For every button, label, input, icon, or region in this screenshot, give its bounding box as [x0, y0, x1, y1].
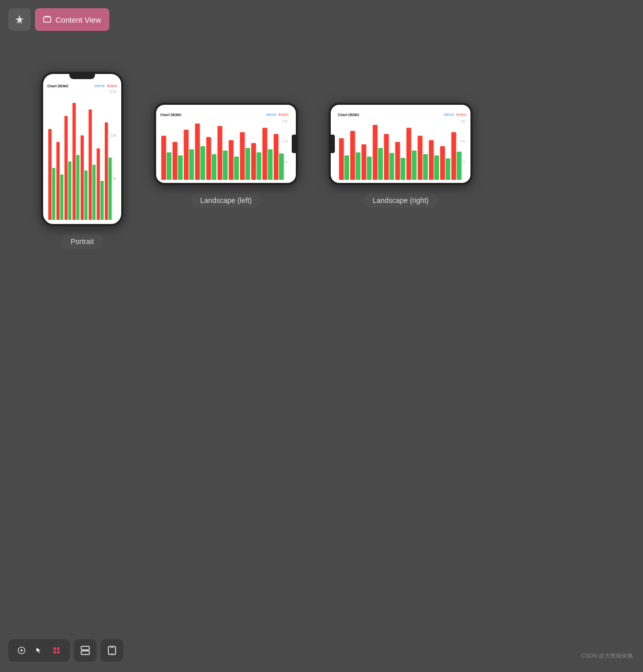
svg-rect-66 — [362, 144, 366, 180]
top-toolbar: Content View — [8, 8, 109, 31]
svg-rect-37 — [184, 129, 188, 180]
landscape-left-chart-area: 3.0k 2.0k 1.0k — [160, 119, 289, 180]
landscape-right-chart-area: 3.0k 2.0k 1.0k — [338, 119, 466, 180]
svg-rect-91 — [81, 646, 89, 650]
landscape-left-notch — [292, 135, 296, 153]
landscape-right-chart-links: 使用示准 重置数据 — [444, 113, 466, 116]
device-icon — [107, 645, 117, 656]
svg-rect-21 — [92, 164, 96, 220]
svg-text:3.0k: 3.0k — [282, 120, 288, 123]
svg-rect-22 — [97, 148, 100, 220]
svg-rect-49 — [251, 143, 256, 180]
svg-text:3.0k: 3.0k — [110, 90, 116, 94]
portrait-phone-frame[interactable]: Chart DEMO 使用示准 重置数据 3.0k — [41, 72, 123, 226]
svg-point-94 — [111, 653, 112, 654]
svg-rect-71 — [389, 153, 394, 180]
play-icon — [18, 647, 25, 654]
landscape-right-phone-frame[interactable]: Chart DEMO 使用示准 重置数据 3.0k 2.0k 1.0k — [329, 103, 472, 185]
play-button[interactable] — [13, 642, 30, 659]
landscape-right-chart-header: Chart DEMO 使用示准 重置数据 — [338, 113, 466, 117]
pin-button[interactable] — [8, 8, 31, 31]
svg-rect-46 — [234, 157, 239, 180]
svg-rect-44 — [223, 151, 228, 180]
svg-rect-87 — [53, 647, 56, 650]
portrait-chart-area: 3.0k 2.0k 1.0k — [47, 90, 117, 220]
grid-button[interactable] — [48, 642, 65, 659]
svg-rect-92 — [81, 651, 89, 655]
svg-rect-51 — [262, 128, 267, 180]
svg-rect-67 — [367, 157, 371, 180]
layout-icon — [80, 645, 90, 656]
svg-rect-15 — [68, 161, 71, 220]
svg-rect-12 — [56, 142, 60, 220]
svg-rect-50 — [257, 152, 261, 180]
svg-rect-23 — [101, 181, 104, 220]
portrait-label: Portrait — [61, 234, 103, 249]
svg-rect-20 — [89, 109, 92, 220]
svg-rect-16 — [72, 103, 75, 220]
landscape-left-chart-title: Chart DEMO — [160, 113, 181, 117]
svg-rect-78 — [429, 140, 433, 180]
bottom-toolbar — [8, 639, 123, 662]
landscape-right-screen: Chart DEMO 使用示准 重置数据 3.0k 2.0k 1.0k — [331, 105, 470, 183]
landscape-left-chart-header: Chart DEMO 使用示准 重置数据 — [160, 113, 289, 117]
landscape-right-link2: 重置数据 — [456, 113, 466, 116]
svg-rect-34 — [167, 152, 172, 180]
portrait-link1: 使用示准 — [94, 84, 105, 87]
landscape-left-phone-frame[interactable]: Chart DEMO 使用示准 重置数据 3.0k 2.0k 1.0k — [154, 103, 298, 185]
portrait-link2: 重置数据 — [107, 84, 117, 87]
svg-rect-24 — [105, 122, 108, 220]
svg-rect-63 — [345, 155, 349, 180]
svg-rect-13 — [60, 174, 63, 220]
svg-marker-86 — [36, 648, 41, 653]
portrait-chart-title: Chart DEMO — [47, 84, 68, 88]
svg-rect-83 — [457, 152, 461, 180]
preview-area: Chart DEMO 使用示准 重置数据 3.0k — [0, 41, 643, 610]
svg-rect-79 — [434, 155, 439, 180]
svg-rect-47 — [240, 132, 244, 180]
svg-rect-10 — [48, 129, 51, 220]
svg-rect-64 — [350, 131, 355, 180]
svg-text:2.0k: 2.0k — [282, 140, 288, 143]
svg-rect-19 — [84, 171, 87, 220]
svg-rect-89 — [53, 651, 56, 654]
portrait-chart-links: 使用示准 重置数据 — [94, 84, 117, 87]
svg-marker-85 — [21, 649, 24, 652]
svg-rect-17 — [76, 155, 79, 220]
cursor-button[interactable] — [31, 642, 47, 659]
svg-rect-18 — [81, 136, 84, 220]
content-view-button[interactable]: Content View — [35, 8, 109, 31]
svg-rect-45 — [229, 140, 233, 180]
device-button[interactable] — [101, 639, 123, 662]
landscape-right-notch — [331, 135, 335, 153]
svg-rect-73 — [401, 158, 405, 180]
svg-rect-40 — [200, 146, 205, 180]
svg-rect-52 — [268, 150, 272, 180]
landscape-right-label: Landscape (right) — [364, 193, 438, 208]
svg-rect-68 — [373, 125, 377, 180]
svg-text:2.0k: 2.0k — [110, 134, 116, 138]
svg-text:3.0k: 3.0k — [460, 120, 465, 123]
landscape-right-device-container: Chart DEMO 使用示准 重置数据 3.0k 2.0k 1.0k — [329, 103, 472, 208]
landscape-left-link2: 重置数据 — [278, 113, 289, 116]
svg-rect-14 — [64, 116, 67, 220]
layout-button[interactable] — [74, 639, 97, 662]
svg-rect-38 — [189, 150, 194, 180]
svg-rect-2 — [45, 16, 50, 17]
svg-rect-72 — [395, 142, 400, 180]
svg-text:2.0k: 2.0k — [460, 140, 465, 143]
svg-rect-62 — [339, 138, 344, 180]
svg-rect-11 — [52, 168, 55, 220]
svg-rect-48 — [245, 148, 250, 180]
svg-rect-53 — [274, 134, 278, 180]
landscape-right-link1: 使用示准 — [444, 113, 454, 116]
cursor-icon — [35, 647, 43, 654]
portrait-chart-svg: 3.0k 2.0k 1.0k — [47, 90, 117, 220]
portrait-screen: Chart DEMO 使用示准 重置数据 3.0k — [43, 74, 121, 224]
landscape-left-screen: Chart DEMO 使用示准 重置数据 3.0k 2.0k 1.0k — [156, 105, 296, 183]
landscape-right-chart-svg: 3.0k 2.0k 1.0k — [338, 119, 466, 180]
svg-rect-70 — [384, 134, 389, 180]
svg-rect-76 — [418, 136, 422, 180]
svg-rect-75 — [412, 151, 417, 180]
watermark: CSDN @大熊猫侯佩 — [581, 652, 633, 660]
